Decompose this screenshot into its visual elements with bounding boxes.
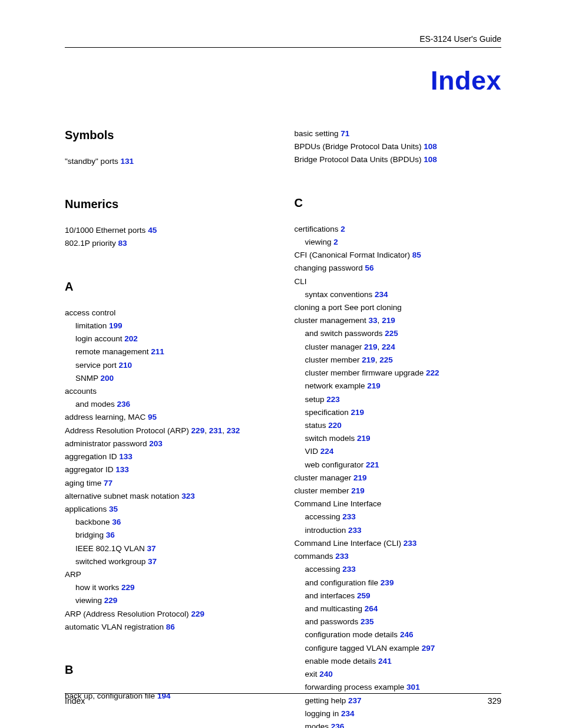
index-entry: cluster management 33, 219 (295, 315, 502, 326)
page-ref-link[interactable]: 219 (351, 486, 365, 495)
page-ref-link[interactable]: 45 (148, 226, 157, 235)
page-ref-link[interactable]: 210 (119, 361, 133, 370)
index-entry: changing password 56 (295, 263, 502, 274)
index-entry-text: accessing (305, 512, 340, 521)
page-ref-link[interactable]: 219 (364, 342, 378, 351)
index-entry: modes 236 (295, 722, 502, 728)
page-ref-link[interactable]: 229 (191, 426, 205, 435)
index-entry: 10/1000 Ethernet ports 45 (65, 225, 272, 236)
page-ref-link[interactable]: 219 (357, 434, 371, 443)
page-ref-link[interactable]: 36 (112, 518, 121, 526)
page-ref-link[interactable]: 211 (151, 347, 164, 356)
page-ref-link[interactable]: 222 (426, 368, 439, 377)
section-body-pre-c: basic setting 71BPDUs (Bridge Protocol D… (295, 129, 502, 166)
page-ref-link[interactable]: 95 (148, 413, 157, 421)
page-ref-link[interactable]: 225 (385, 329, 398, 338)
page-ref-link[interactable]: 233 (342, 565, 356, 574)
index-entry-text: aggregation ID (65, 452, 117, 461)
page-ref-link[interactable]: 229 (104, 596, 118, 605)
page-ref-link[interactable]: 221 (366, 460, 379, 469)
index-entry-text: CFI (Canonical Format Indicator) (295, 251, 411, 259)
page-ref-link[interactable]: 233 (335, 552, 349, 561)
page-ref-link[interactable]: 229 (121, 583, 135, 592)
index-entry-text: limitation (75, 321, 107, 330)
page-ref-link[interactable]: 234 (375, 290, 388, 299)
page-ref-link[interactable]: 200 (101, 374, 114, 383)
page-ref-link[interactable]: 233 (348, 526, 362, 535)
index-entry-text: aggregator ID (65, 465, 114, 474)
page-ref-link[interactable]: 37 (147, 544, 156, 553)
page-ref-link[interactable]: 224 (320, 447, 334, 456)
page-ref-link[interactable]: 131 (120, 157, 134, 166)
page-ref-link[interactable]: 225 (379, 355, 393, 364)
index-entry: aggregator ID 133 (65, 465, 272, 475)
page-ref-link[interactable]: 236 (331, 722, 345, 728)
index-entry-text: switched workgroup (75, 557, 146, 566)
page-ref-link[interactable]: 236 (117, 400, 131, 409)
page-ref-link[interactable]: 2 (333, 238, 338, 246)
index-entry: bridging 36 (65, 530, 272, 541)
index-entry-text: alternative subnet mask notation (65, 492, 179, 500)
page-ref-link[interactable]: 239 (381, 578, 394, 587)
page-ref-link[interactable]: 133 (115, 465, 129, 474)
index-entry-text: logging in (305, 709, 339, 718)
page-ref-link[interactable]: 231 (209, 426, 223, 435)
index-entry: "standby" ports 131 (65, 156, 272, 167)
page-ref-link[interactable]: 259 (357, 591, 371, 600)
page-ref-link[interactable]: 77 (104, 479, 113, 487)
page-ref-link[interactable]: 133 (119, 452, 133, 461)
page-ref-link[interactable]: 56 (365, 263, 374, 272)
page-ref-link[interactable]: 108 (424, 155, 437, 164)
page-ref-link[interactable]: 219 (367, 381, 381, 390)
page-ref-link[interactable]: 33 (369, 316, 378, 325)
page-ref-link[interactable]: 264 (365, 604, 378, 613)
page-ref-link[interactable]: 71 (340, 129, 349, 138)
page-ref-link[interactable]: 219 (362, 355, 375, 364)
page-ref-link[interactable]: 232 (227, 426, 240, 435)
page-ref-link[interactable]: 229 (191, 610, 204, 618)
index-entry-text: 10/1000 Ethernet ports (65, 226, 146, 235)
page-ref-link[interactable]: 233 (404, 539, 417, 548)
page-ref-link[interactable]: 323 (181, 492, 195, 500)
header-guide: ES-3124 User's Guide (65, 34, 501, 44)
page-ref-link[interactable]: 35 (109, 505, 118, 513)
section-head-symbols: Symbols (65, 129, 272, 142)
index-entry-text: exit (305, 670, 318, 678)
page-ref-link[interactable]: 199 (109, 321, 123, 330)
index-entry-text: IEEE 802.1Q VLAN (75, 544, 145, 553)
page-ref-link[interactable]: 219 (351, 408, 365, 417)
page-ref-link[interactable]: 246 (400, 630, 414, 639)
page-ref-link[interactable]: 219 (382, 316, 395, 325)
index-entry-text: configure tagged VLAN example (305, 644, 419, 653)
page-ref-link[interactable]: 240 (319, 670, 333, 678)
page-ref-link[interactable]: 224 (382, 342, 395, 351)
index-entry-text: cluster member (295, 486, 349, 495)
index-entry-text: Command Line Interface (295, 499, 382, 508)
index-entry: web configurator 221 (295, 460, 502, 470)
page-ref-link[interactable]: 85 (412, 251, 421, 259)
page-ref-link[interactable]: 108 (424, 142, 437, 151)
page-ref-link[interactable]: 2 (340, 225, 345, 233)
page-ref-link[interactable]: 83 (118, 239, 127, 248)
index-entry-text: Address Resolution Protocol (ARP) (65, 426, 189, 435)
page-ref-link[interactable]: 233 (342, 512, 356, 521)
index-entry: SNMP 200 (65, 373, 272, 384)
page-ref-link[interactable]: 297 (422, 644, 435, 653)
index-entry: switched workgroup 37 (65, 556, 272, 567)
page-ref-link[interactable]: 223 (326, 395, 340, 404)
page-ref-link[interactable]: 241 (378, 657, 392, 666)
index-entry-text: cluster manager (305, 342, 362, 351)
index-entry-text: how it works (75, 583, 119, 592)
page-ref-link[interactable]: 36 (106, 531, 115, 539)
page-ref-link[interactable]: 202 (124, 334, 138, 343)
page-ref-link[interactable]: 235 (361, 617, 374, 626)
page-ref-link[interactable]: 86 (166, 622, 175, 631)
page-ref-link[interactable]: 301 (406, 683, 420, 691)
index-entry-text: VID (305, 447, 319, 456)
page-ref-link[interactable]: 203 (149, 439, 163, 448)
page-ref-link[interactable]: 219 (353, 473, 367, 482)
index-entry: certifications 2 (295, 224, 502, 235)
page-ref-link[interactable]: 234 (341, 709, 355, 718)
page-ref-link[interactable]: 37 (148, 557, 157, 566)
page-ref-link[interactable]: 220 (328, 421, 342, 430)
